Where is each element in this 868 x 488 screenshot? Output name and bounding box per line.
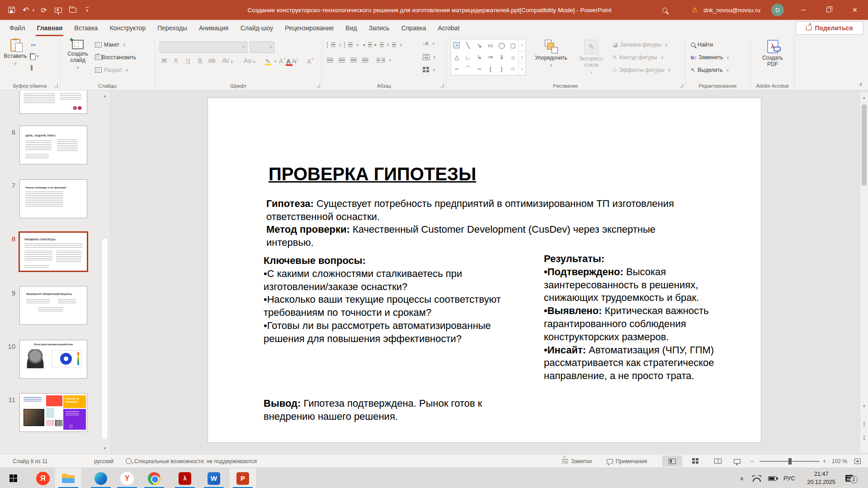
tray-language[interactable]: РУС xyxy=(780,468,798,488)
restore-button[interactable] xyxy=(818,0,839,20)
layout-button[interactable]: Макет xyxy=(95,42,126,48)
shape-elbow-connector-icon[interactable]: ∟ xyxy=(462,51,474,63)
clipboard-dialog-launcher[interactable] xyxy=(54,84,58,87)
zoom-level[interactable]: 102 % xyxy=(832,455,847,468)
conclusion-textbox[interactable]: Вывод: Гипотеза подтверждена. Рынок гото… xyxy=(264,397,487,423)
shape-scribble-icon[interactable]: ∽ xyxy=(451,63,462,75)
slide-thumbnail[interactable]: ЦЕЛЬ. ЗАДАЧИ. ПЛАН. xyxy=(19,126,87,164)
avatar[interactable]: D xyxy=(771,4,784,16)
create-pdf-button[interactable]: λ Создать PDF xyxy=(757,40,788,68)
zoom-out-button[interactable]: − xyxy=(750,455,754,468)
tray-network[interactable] xyxy=(750,468,763,488)
account-warning[interactable]: ⚠ xyxy=(688,0,702,20)
thumbnail-scrollbar-thumb[interactable] xyxy=(101,238,108,440)
thumbnail-scroll-down[interactable]: ▼ xyxy=(100,444,109,453)
shape-arrow-icon[interactable]: ↘ xyxy=(474,39,485,51)
font-size-combo[interactable] xyxy=(250,42,274,53)
align-center-button[interactable] xyxy=(339,58,345,63)
thumbnail-scrollbar[interactable]: ▲ ▼ xyxy=(100,90,109,454)
customize-quick-access-button[interactable]: ∨ xyxy=(80,0,94,20)
new-slide-button[interactable]: Создать слайд ∨ xyxy=(64,40,92,70)
tab-slideshow[interactable]: Слайд-шоу xyxy=(235,20,279,36)
notes-button[interactable]: Заметки xyxy=(562,455,592,468)
columns-button[interactable] xyxy=(377,58,392,63)
font-dialog-launcher[interactable] xyxy=(316,84,320,87)
tab-record[interactable]: Запись xyxy=(363,20,396,36)
text-shadow-button[interactable]: S xyxy=(198,57,202,64)
bold-button[interactable]: Ж xyxy=(161,57,167,64)
shape-outline-button[interactable]: ✎Контур фигуры xyxy=(613,54,664,61)
font-name-combo[interactable] xyxy=(160,42,247,53)
arrange-button[interactable]: Упорядочить ∨ xyxy=(531,40,571,67)
reading-view-button[interactable] xyxy=(708,455,728,467)
cut-button[interactable]: ✂ xyxy=(31,42,36,49)
format-painter-button[interactable] xyxy=(31,65,34,69)
editor-scrollbar-thumb[interactable] xyxy=(862,104,867,186)
redo-button[interactable]: ⟳ xyxy=(37,0,51,20)
slide-thumbnail-5-partial[interactable] xyxy=(19,90,87,114)
shape-left-brace-icon[interactable]: { xyxy=(485,63,496,75)
thumbnail-scroll-up[interactable]: ▲ xyxy=(100,91,109,100)
copy-button[interactable]: ∨ xyxy=(30,53,39,59)
start-button[interactable] xyxy=(0,468,26,488)
collapse-ribbon-button[interactable]: ∧ xyxy=(859,81,863,87)
shape-down-arrow-icon[interactable]: ⇓ xyxy=(496,51,507,63)
align-right-button[interactable] xyxy=(350,58,357,63)
decrease-indent-button[interactable]: ◄ xyxy=(362,42,372,47)
shape-right-brace-icon[interactable]: } xyxy=(496,63,507,75)
increase-indent-button[interactable]: ► xyxy=(374,42,384,47)
taskbar-yandex[interactable]: Я xyxy=(30,468,56,488)
italic-button[interactable]: К xyxy=(174,57,178,64)
shape-freeform-icon[interactable]: ⌂ xyxy=(507,51,519,63)
slide-thumbnail-selected[interactable]: ПРОВЕРКА ГИПОТЕЗЫ xyxy=(19,231,88,272)
shape-rectangle-icon[interactable]: ▭ xyxy=(485,39,496,51)
change-case-button[interactable]: Аа xyxy=(244,57,255,64)
tab-file[interactable]: Файл xyxy=(4,20,31,36)
tab-animations[interactable]: Анимация xyxy=(193,20,235,36)
shape-right-arrow-icon[interactable]: ⇒ xyxy=(485,51,496,63)
align-text-button[interactable] xyxy=(423,54,436,60)
select-button[interactable]: ↖Выделить xyxy=(691,67,729,73)
zoom-in-button[interactable]: + xyxy=(823,455,826,468)
shape-line-icon[interactable]: ╲ xyxy=(462,39,474,51)
taskbar-powerpoint[interactable]: P xyxy=(230,468,256,488)
tab-view[interactable]: Вид xyxy=(340,20,363,36)
editor-scroll-down[interactable]: ▼ xyxy=(860,401,868,411)
tab-review[interactable]: Рецензирование xyxy=(279,20,340,36)
quick-styles-button[interactable]: ✎ Экспресс-стили ∨ xyxy=(572,40,611,75)
zoom-slider-thumb[interactable] xyxy=(788,458,792,465)
numbering-button[interactable] xyxy=(344,42,359,47)
comments-button[interactable]: Примечания xyxy=(607,455,647,468)
normal-view-button[interactable] xyxy=(662,455,682,467)
tray-battery[interactable] xyxy=(765,468,779,488)
shape-curve-icon[interactable]: ∼ xyxy=(474,63,485,75)
slide-title[interactable]: ПРОВЕРКА ГИПОТЕЗЫ xyxy=(269,164,476,184)
slide-thumbnail[interactable]: Конструкторская разработка xyxy=(19,340,87,379)
justify-button[interactable] xyxy=(362,58,368,63)
paste-button[interactable]: Вставить ∨ xyxy=(4,39,27,66)
close-button[interactable]: × xyxy=(844,0,865,20)
save-button[interactable] xyxy=(5,0,18,20)
convert-smartart-button[interactable] xyxy=(423,67,435,73)
slide-thumbnail[interactable]: РЕЗУЛЬТАТ ПРОЕКТНОЙ РАБОТЫ xyxy=(19,286,87,325)
action-center-button[interactable]: 2 xyxy=(840,468,858,488)
bullets-button[interactable] xyxy=(327,42,342,47)
shape-effects-button[interactable]: ◇Эффекты фигуры xyxy=(613,67,670,73)
undo-dropdown[interactable]: ∨ xyxy=(31,0,36,20)
taskbar-edge[interactable] xyxy=(88,468,114,488)
shape-oval-icon[interactable]: ◯ xyxy=(496,39,507,51)
slide-indicator[interactable]: Слайд 8 из 11 xyxy=(13,455,47,468)
line-spacing-button[interactable]: ⇕ xyxy=(387,42,402,47)
shapes-scroll-down[interactable]: ∨ xyxy=(519,52,525,64)
key-questions-textbox[interactable]: Ключевые вопросы: •С какими сложностями … xyxy=(264,254,513,346)
tab-home[interactable]: Главная xyxy=(31,20,68,36)
tab-help[interactable]: Справка xyxy=(396,20,432,36)
search-button[interactable] xyxy=(658,0,671,20)
drawing-dialog-launcher[interactable] xyxy=(679,84,683,87)
font-color-button[interactable]: А xyxy=(286,58,297,65)
text-direction-button[interactable]: ↓А xyxy=(423,41,435,46)
tab-insert[interactable]: Вставка xyxy=(68,20,104,36)
open-button[interactable] xyxy=(66,0,80,20)
shapes-more-button[interactable]: ∨ xyxy=(519,63,525,75)
share-button[interactable]: Поделиться xyxy=(796,21,863,35)
